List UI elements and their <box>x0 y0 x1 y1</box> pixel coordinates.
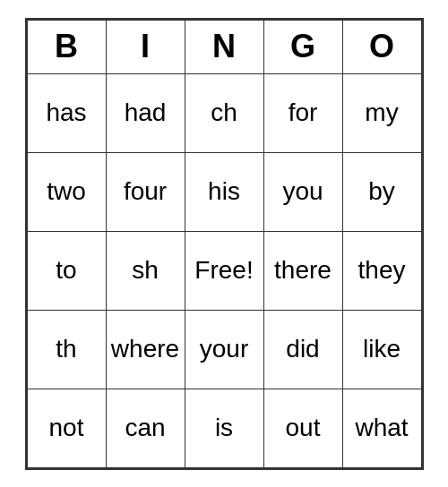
cell-0-1: had <box>106 73 185 152</box>
cell-3-2: your <box>185 310 263 389</box>
cell-0-3: for <box>263 73 342 152</box>
cell-4-1: can <box>106 389 185 467</box>
cell-3-4: like <box>342 310 421 389</box>
row-2: toshFree!therethey <box>27 231 421 310</box>
cell-2-0: to <box>27 231 106 310</box>
cell-4-4: what <box>342 389 421 467</box>
header-cell-n: N <box>185 20 263 73</box>
bingo-table: BINGO hashadchformytwofourhisyoubytoshFr… <box>27 20 422 468</box>
header-cell-o: O <box>342 20 421 73</box>
row-0: hashadchformy <box>27 73 421 152</box>
bingo-card: BINGO hashadchformytwofourhisyoubytoshFr… <box>25 18 424 470</box>
cell-0-0: has <box>27 73 106 152</box>
cell-3-0: th <box>27 310 106 389</box>
row-3: thwhereyourdidlike <box>27 310 421 389</box>
cell-1-2: his <box>185 152 263 231</box>
row-1: twofourhisyouby <box>27 152 421 231</box>
cell-1-4: by <box>342 152 421 231</box>
cell-3-3: did <box>263 310 342 389</box>
cell-3-1: where <box>106 310 185 389</box>
cell-1-3: you <box>263 152 342 231</box>
cell-0-4: my <box>342 73 421 152</box>
cell-1-1: four <box>106 152 185 231</box>
cell-2-1: sh <box>106 231 185 310</box>
header-cell-g: G <box>263 20 342 73</box>
cell-0-2: ch <box>185 73 263 152</box>
row-4: notcanisoutwhat <box>27 389 421 467</box>
header-row: BINGO <box>27 20 421 73</box>
cell-2-3: there <box>263 231 342 310</box>
cell-4-3: out <box>263 389 342 467</box>
cell-1-0: two <box>27 152 106 231</box>
cell-4-0: not <box>27 389 106 467</box>
header-cell-i: I <box>106 20 185 73</box>
cell-4-2: is <box>185 389 263 467</box>
cell-2-2: Free! <box>185 231 263 310</box>
cell-2-4: they <box>342 231 421 310</box>
header-cell-b: B <box>27 20 106 73</box>
